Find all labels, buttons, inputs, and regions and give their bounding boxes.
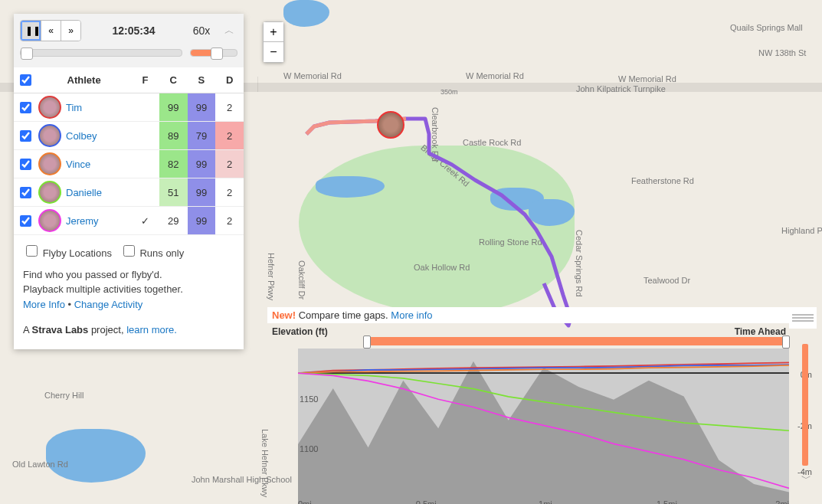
cell-f (131, 122, 159, 150)
more-info-link[interactable]: More Info (23, 299, 65, 310)
cell-f: ✓ (131, 207, 159, 235)
col-d[interactable]: D (215, 67, 244, 93)
athlete-marker[interactable] (377, 111, 404, 139)
x-tick: 0.5mi (416, 499, 437, 504)
zoom-in-button[interactable]: + (264, 22, 283, 42)
select-all-checkbox[interactable] (20, 74, 31, 86)
chart-range-slider[interactable] (367, 337, 786, 345)
avatar (38, 181, 61, 204)
y-tick: 1100 (300, 444, 318, 453)
cell-c: 29 (159, 207, 188, 235)
time-ahead-axis-label: Time Ahead (735, 326, 786, 337)
col-athlete[interactable]: Athlete (37, 67, 131, 93)
cell-f (131, 93, 159, 122)
info-line-2: Playback multiple activities together. (23, 282, 234, 297)
athlete-row[interactable]: Vince82992 (14, 150, 244, 178)
change-activity-link[interactable]: Change Activity (74, 299, 143, 310)
elevation-chart-panel: New! Compare time gaps. More info Elevat… (267, 307, 817, 504)
cell-d: 2 (215, 150, 244, 178)
athlete-link[interactable]: Colbey (66, 130, 97, 142)
athlete-row[interactable]: Danielle51992 (14, 178, 244, 207)
playback-speed: 60x (186, 25, 217, 37)
chart-menu-icon[interactable] (789, 307, 817, 329)
athlete-checkbox[interactable] (20, 130, 31, 142)
time-slider[interactable] (20, 49, 182, 57)
avatar (38, 209, 61, 232)
avatar (38, 152, 61, 175)
athlete-table: Athlete F C S D Tim99992Colbey89792Vince… (14, 67, 244, 235)
cell-f (131, 150, 159, 178)
elevation-axis-label: Elevation (ft) (272, 326, 328, 337)
playback-controls: ❚❚ « » 12:05:34 60x ︿ (14, 14, 244, 67)
athlete-checkbox[interactable] (20, 187, 31, 198)
zoom-out-button[interactable]: − (264, 42, 283, 62)
chart-side-slider[interactable]: ﹀ (795, 338, 817, 487)
runs-only-toggle[interactable]: Runs only (120, 247, 184, 259)
cell-d: 2 (215, 93, 244, 122)
cell-c: 89 (159, 122, 188, 150)
control-panel: ❚❚ « » 12:05:34 60x ︿ Athlete F C S D Ti… (14, 14, 244, 349)
learn-more-link[interactable]: learn more. (126, 324, 177, 335)
cell-d: 2 (215, 122, 244, 150)
cell-d: 2 (215, 207, 244, 235)
athlete-row[interactable]: Jeremy✓29992 (14, 207, 244, 235)
elevation-chart[interactable]: 1150 1100 0m -2m -4m 0mi 0.5mi 1mi 1.5mi… (298, 349, 789, 498)
cell-d: 2 (215, 178, 244, 207)
playback-time: 12:05:34 (86, 25, 182, 37)
col-s[interactable]: S (188, 67, 216, 93)
athlete-row[interactable]: Tim99992 (14, 93, 244, 122)
x-tick: 1mi (539, 499, 552, 504)
athlete-link[interactable]: Jeremy (66, 215, 99, 227)
step-forward-button[interactable]: » (61, 21, 80, 41)
flyby-locations-toggle[interactable]: Flyby Locations (23, 247, 112, 259)
info-line-1: Find who you passed or flyby'd. (23, 267, 234, 283)
cell-c: 99 (159, 93, 188, 122)
cell-s: 99 (188, 178, 216, 207)
athlete-row[interactable]: Colbey89792 (14, 122, 244, 150)
x-tick: 1.5mi (657, 499, 677, 504)
step-back-button[interactable]: « (41, 21, 61, 41)
cell-s: 99 (188, 150, 216, 178)
x-tick: 0mi (298, 499, 312, 504)
speed-slider[interactable] (190, 49, 237, 57)
cell-c: 82 (159, 150, 188, 178)
chart-more-info-link[interactable]: More info (391, 309, 432, 321)
cell-s: 79 (188, 122, 216, 150)
col-c[interactable]: C (159, 67, 188, 93)
athlete-checkbox[interactable] (20, 102, 31, 113)
avatar (38, 96, 61, 119)
map-zoom: + − (263, 21, 284, 63)
chart-header: New! Compare time gaps. More info (267, 307, 817, 323)
col-f[interactable]: F (131, 67, 159, 93)
cell-s: 99 (188, 207, 216, 235)
play-pause-button[interactable]: ❚❚ (21, 21, 41, 41)
athlete-checkbox[interactable] (20, 215, 31, 227)
x-tick: 2mi (775, 499, 789, 504)
cell-c: 51 (159, 178, 188, 207)
chevron-down-icon[interactable]: ﹀ (795, 472, 817, 486)
cell-f (131, 178, 159, 207)
athlete-link[interactable]: Tim (66, 102, 82, 113)
athlete-checkbox[interactable] (20, 159, 31, 170)
avatar (38, 124, 61, 147)
chevron-up-icon[interactable]: ︿ (221, 24, 237, 38)
athlete-link[interactable]: Danielle (66, 187, 102, 198)
y-tick: 1150 (300, 394, 318, 404)
panel-info: Flyby Locations Runs only Find who you p… (14, 235, 244, 319)
panel-footer: A Strava Labs project, learn more. (14, 319, 244, 340)
cell-s: 99 (188, 93, 216, 122)
athlete-link[interactable]: Vince (66, 159, 90, 170)
